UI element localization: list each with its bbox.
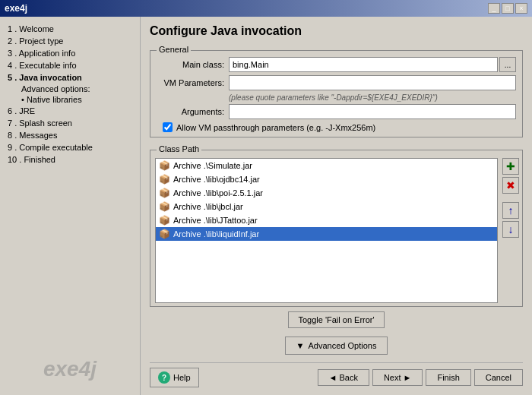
move-down-button[interactable]: ↓: [502, 221, 519, 238]
advanced-chevron-icon: ▼: [296, 341, 305, 350]
classpath-item-label: Archive .\lib\liquidInf.jar: [173, 229, 259, 239]
maximize-button[interactable]: □: [502, 3, 514, 14]
main-class-input[interactable]: [229, 57, 498, 72]
jar-icon: 📦: [159, 229, 170, 239]
back-button[interactable]: ◄ Back: [318, 369, 369, 386]
sidebar-item-jre[interactable]: 6 . JRE: [5, 105, 135, 117]
classpath-item-label: Archive .\lib\poi-2.5.1.jar: [173, 188, 263, 198]
cancel-label: Cancel: [486, 373, 511, 382]
nav-buttons: ◄ Back Next ► Finish Cancel: [318, 369, 523, 386]
list-item[interactable]: 📦 Archive .\Simulate.jar: [156, 159, 497, 172]
sidebar-nav: 1 . Welcome 2 . Project type 3 . Applica…: [5, 23, 135, 357]
classpath-group-title: Class Path: [157, 144, 201, 153]
sidebar: 1 . Welcome 2 . Project type 3 . Applica…: [0, 17, 141, 395]
sidebar-item-java-invoc[interactable]: 5 . Java invocation: [5, 71, 135, 84]
classpath-list[interactable]: 📦 Archive .\Simulate.jar 📦 Archive .\lib…: [155, 158, 498, 303]
arguments-input[interactable]: [229, 104, 516, 119]
list-item[interactable]: 📦 Archive .\lib\liquidInf.jar: [156, 227, 497, 241]
main-class-label: Main class:: [157, 60, 229, 69]
sidebar-item-advanced-opt[interactable]: Advanced options:: [15, 84, 135, 94]
close-button[interactable]: ×: [515, 3, 527, 14]
help-icon: ?: [158, 371, 170, 384]
back-icon: ◄: [329, 373, 337, 382]
advanced-options-button[interactable]: ▼ Advanced Options: [285, 337, 388, 355]
classpath-item-label: Archive .\lib\ojdbc14.jar: [173, 175, 260, 184]
classpath-inner: 📦 Archive .\Simulate.jar 📦 Archive .\lib…: [150, 150, 522, 306]
next-button[interactable]: Next ►: [372, 369, 423, 386]
general-group-title: General: [157, 45, 191, 54]
main-class-browse-button[interactable]: ...: [499, 57, 516, 72]
sidebar-item-exe-info[interactable]: 4 . Executable info: [5, 59, 135, 71]
down-icon: ↓: [508, 223, 514, 235]
sidebar-item-project-type[interactable]: 2 . Project type: [5, 35, 135, 47]
toggle-fail-on-error-button[interactable]: Toggle 'Fail on Error': [288, 311, 384, 328]
next-icon: ►: [404, 373, 412, 382]
list-item[interactable]: 📦 Archive .\lib\JTattoo.jar: [156, 213, 497, 227]
arguments-row: Arguments:: [157, 104, 516, 119]
main-class-row: Main class: ...: [157, 57, 516, 72]
minimize-button[interactable]: _: [488, 3, 500, 14]
content-area: Configure Java invocation General Main c…: [141, 17, 532, 395]
back-label: Back: [339, 373, 357, 382]
finish-label: Finish: [437, 373, 459, 382]
sidebar-item-compile[interactable]: 9 . Compile executable: [5, 141, 135, 153]
page-title: Configure Java invocation: [150, 24, 523, 38]
sidebar-item-native-lib[interactable]: • Native libraries: [15, 94, 135, 105]
vm-passthrough-label: Allow VM passthrough parameters (e.g. -J…: [176, 123, 375, 132]
title-bar: exe4j _ □ ×: [0, 0, 532, 17]
finish-button[interactable]: Finish: [426, 369, 470, 386]
vm-params-input[interactable]: [229, 75, 516, 90]
cancel-button[interactable]: Cancel: [474, 369, 523, 386]
move-up-button[interactable]: ↑: [502, 202, 519, 219]
list-item[interactable]: 📦 Archive .\lib\ojdbc14.jar: [156, 172, 497, 186]
classpath-item-label: Archive .\lib\jbcl.jar: [173, 202, 243, 211]
remove-icon: ✖: [506, 179, 515, 191]
classpath-item-label: Archive .\Simulate.jar: [173, 161, 252, 170]
footer-buttons: ? Help ◄ Back Next ► Finish Cancel: [150, 362, 523, 387]
sidebar-item-splash[interactable]: 7 . Splash screen: [5, 117, 135, 129]
sidebar-logo: exe4j: [5, 357, 135, 389]
help-button[interactable]: ? Help: [150, 368, 199, 387]
add-icon: ✚: [506, 160, 515, 172]
window-title: exe4j: [5, 3, 27, 14]
classpath-action-buttons: ✚ ✖ ↑ ↓: [501, 155, 522, 306]
jar-icon: 📦: [159, 188, 170, 198]
help-label: Help: [173, 373, 191, 382]
remove-classpath-button[interactable]: ✖: [502, 177, 519, 194]
window-controls: _ □ ×: [488, 3, 527, 14]
next-label: Next: [384, 373, 401, 382]
sidebar-item-welcome[interactable]: 1 . Welcome: [5, 23, 135, 35]
general-group: General Main class: ... VM Parameters: (…: [150, 50, 523, 137]
classpath-group: Class Path 📦 Archive .\Simulate.jar 📦 Ar…: [150, 150, 523, 307]
sidebar-item-finished[interactable]: 10 . Finished: [5, 153, 135, 166]
vm-params-hint: (please quote parameters like "-Dappdir=…: [157, 93, 516, 102]
sidebar-item-app-info[interactable]: 3 . Application info: [5, 47, 135, 59]
advanced-options-label: Advanced Options: [309, 341, 377, 350]
vm-params-label: VM Parameters:: [157, 78, 229, 87]
vm-params-row: VM Parameters:: [157, 75, 516, 90]
vm-passthrough-row: Allow VM passthrough parameters (e.g. -J…: [157, 122, 516, 132]
jar-icon: 📦: [159, 215, 170, 226]
vm-passthrough-checkbox[interactable]: [163, 122, 173, 132]
jar-icon: 📦: [159, 201, 170, 212]
list-item[interactable]: 📦 Archive .\lib\poi-2.5.1.jar: [156, 186, 497, 200]
jar-icon: 📦: [159, 174, 170, 185]
jar-icon: 📦: [159, 160, 170, 171]
list-item[interactable]: 📦 Archive .\lib\jbcl.jar: [156, 200, 497, 213]
main-container: 1 . Welcome 2 . Project type 3 . Applica…: [0, 17, 532, 395]
classpath-item-label: Archive .\lib\JTattoo.jar: [173, 216, 258, 225]
arguments-label: Arguments:: [157, 107, 229, 116]
up-icon: ↑: [508, 204, 514, 216]
sidebar-advanced-opts-group: Advanced options: • Native libraries: [5, 84, 135, 105]
add-classpath-button[interactable]: ✚: [502, 158, 519, 175]
sidebar-item-messages[interactable]: 8 . Messages: [5, 129, 135, 141]
